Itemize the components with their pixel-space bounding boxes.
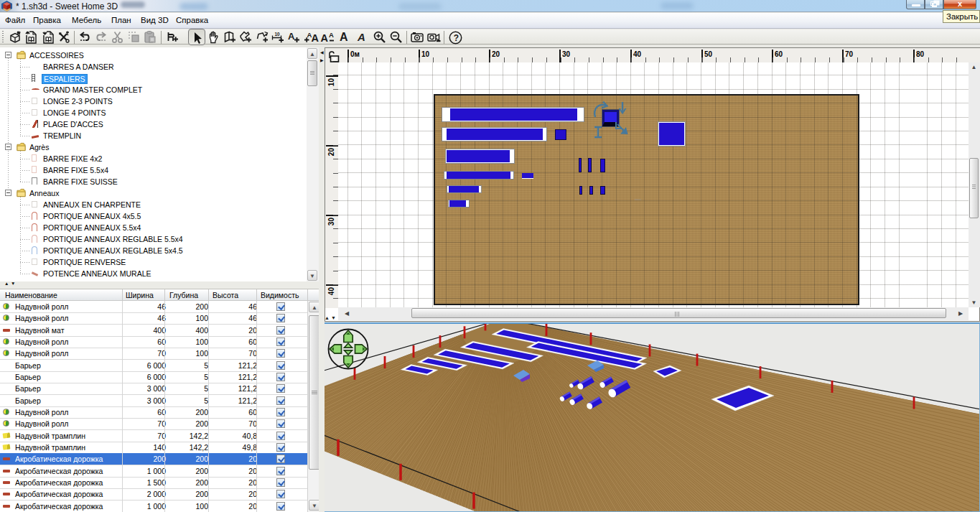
svg-text:A: A bbox=[329, 31, 334, 39]
svg-text:?: ? bbox=[454, 33, 459, 43]
svg-text:A: A bbox=[321, 32, 329, 44]
svg-text:10: 10 bbox=[275, 32, 281, 37]
svg-text:A: A bbox=[288, 31, 295, 42]
svg-text:A: A bbox=[312, 32, 319, 44]
